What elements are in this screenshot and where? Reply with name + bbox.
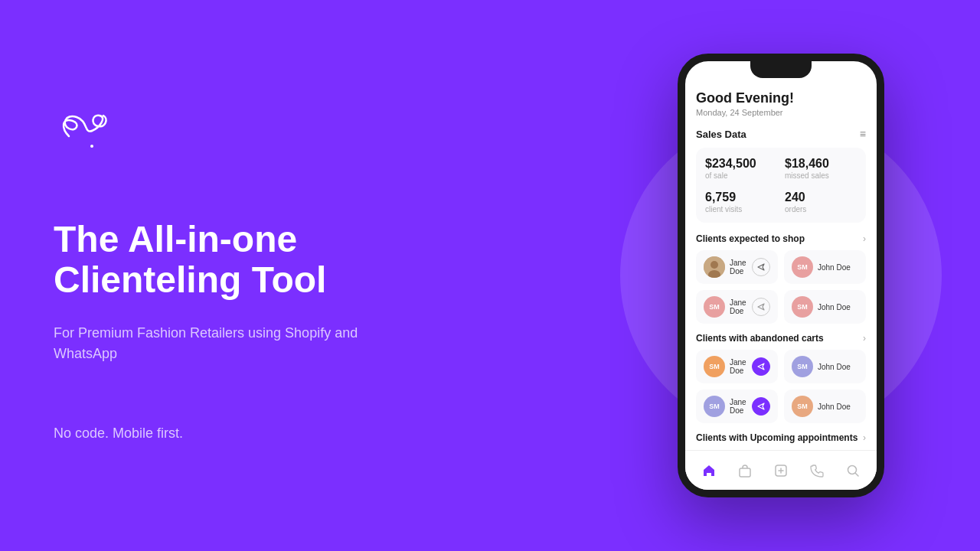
upcoming-appointments-header: Clients with Upcoming appointments › xyxy=(696,432,866,443)
abandoned-carts-section: Clients with abandoned carts › SM Jane D… xyxy=(696,333,866,423)
client-pair: SM John Doe xyxy=(784,350,866,383)
client-pair: SM Jane Doe xyxy=(696,350,778,383)
sales-value-0: $234,500 xyxy=(705,157,777,171)
nav-bag[interactable] xyxy=(737,463,753,478)
clients-expected-title: Clients expected to shop xyxy=(696,233,805,244)
sales-title: Sales Data xyxy=(696,129,746,140)
sales-value-2: 6,759 xyxy=(705,191,777,204)
filter-icon[interactable]: ≡ xyxy=(860,128,866,140)
table-row: SM Jane Doe SM John Doe xyxy=(696,290,866,324)
phone-notch xyxy=(750,61,812,78)
clients-expected-section: Clients expected to shop › Jane Doe xyxy=(696,233,866,324)
client-pair: SM Jane Doe xyxy=(696,390,778,423)
client-name: Jane Doe xyxy=(730,298,747,315)
avatar: SM xyxy=(792,396,813,417)
clients-expected-header: Clients expected to shop › xyxy=(696,233,866,244)
client-name: Jane Doe xyxy=(730,259,747,276)
sales-card: $234,500 of sale $18,460 missed sales 6,… xyxy=(696,148,866,223)
client-pair: Jane Doe xyxy=(696,250,778,284)
headline: The All-in-one Clienteling Tool xyxy=(54,220,528,301)
avatar: SM xyxy=(704,356,725,377)
client-name: John Doe xyxy=(818,263,858,272)
right-section: Good Evening! Monday, 24 September Sales… xyxy=(582,0,980,551)
sales-item-0: $234,500 of sale xyxy=(705,157,777,180)
upcoming-appointments-section: Clients with Upcoming appointments › xyxy=(696,432,866,443)
client-name: John Doe xyxy=(818,363,858,371)
avatar: SM xyxy=(792,256,813,278)
client-name: Jane Doe xyxy=(730,398,747,415)
sales-label-2: client visits xyxy=(705,205,777,214)
client-name: Jane Doe xyxy=(730,358,747,375)
sales-item-2: 6,759 client visits xyxy=(705,191,777,214)
client-pair: SM John Doe xyxy=(784,250,866,284)
send-button[interactable] xyxy=(752,298,770,316)
client-pair: SM John Doe xyxy=(784,390,866,423)
avatar: SM xyxy=(704,296,725,318)
send-button[interactable] xyxy=(752,397,770,416)
client-pair: SM John Doe xyxy=(784,290,866,324)
send-button[interactable] xyxy=(752,258,770,276)
tagline: No code. Mobile first. xyxy=(54,425,528,442)
avatar: SM xyxy=(792,356,813,377)
phone-content[interactable]: Good Evening! Monday, 24 September Sales… xyxy=(685,61,877,450)
nav-add[interactable] xyxy=(773,463,789,478)
client-pair: SM Jane Doe xyxy=(696,290,778,324)
client-name: John Doe xyxy=(818,303,858,311)
sales-item-1: $18,460 missed sales xyxy=(785,157,857,180)
send-button[interactable] xyxy=(752,357,770,376)
svg-point-2 xyxy=(710,261,718,269)
sales-grid: $234,500 of sale $18,460 missed sales 6,… xyxy=(705,157,857,214)
sales-value-1: $18,460 xyxy=(785,157,857,171)
table-row: Jane Doe SM John Doe xyxy=(696,250,866,284)
table-row: SM Jane Doe SM John Doe xyxy=(696,390,866,423)
left-section: The All-in-one Clienteling Tool For Prem… xyxy=(0,64,582,488)
clients-expected-chevron[interactable]: › xyxy=(863,233,866,244)
abandoned-carts-chevron[interactable]: › xyxy=(863,333,866,344)
svg-rect-4 xyxy=(740,468,750,477)
upcoming-appointments-title: Clients with Upcoming appointments xyxy=(696,432,858,443)
subheadline: For Premium Fashion Retailers using Shop… xyxy=(54,323,375,364)
greeting-text: Good Evening! xyxy=(696,90,866,106)
sales-section-header: Sales Data ≡ xyxy=(696,128,866,140)
upcoming-appointments-chevron[interactable]: › xyxy=(863,432,866,443)
sales-label-3: orders xyxy=(785,205,857,214)
sales-value-3: 240 xyxy=(785,191,857,204)
avatar: SM xyxy=(792,296,813,318)
sales-item-3: 240 orders xyxy=(785,191,857,214)
table-row: SM Jane Doe SM John Doe xyxy=(696,350,866,383)
date-text: Monday, 24 September xyxy=(696,108,866,117)
logo xyxy=(54,109,528,158)
nav-search[interactable] xyxy=(845,463,861,478)
abandoned-carts-title: Clients with abandoned carts xyxy=(696,333,824,344)
svg-point-6 xyxy=(848,465,856,474)
avatar xyxy=(704,256,725,278)
abandoned-carts-header: Clients with abandoned carts › xyxy=(696,333,866,344)
nav-phone[interactable] xyxy=(809,463,825,478)
phone-mockup: Good Evening! Monday, 24 September Sales… xyxy=(678,54,884,497)
nav-home[interactable] xyxy=(701,463,717,478)
svg-point-0 xyxy=(90,145,93,148)
client-name: John Doe xyxy=(818,403,858,411)
bottom-nav xyxy=(685,450,877,490)
sales-label-1: missed sales xyxy=(785,171,857,180)
sales-label-0: of sale xyxy=(705,171,777,180)
avatar: SM xyxy=(704,396,725,417)
